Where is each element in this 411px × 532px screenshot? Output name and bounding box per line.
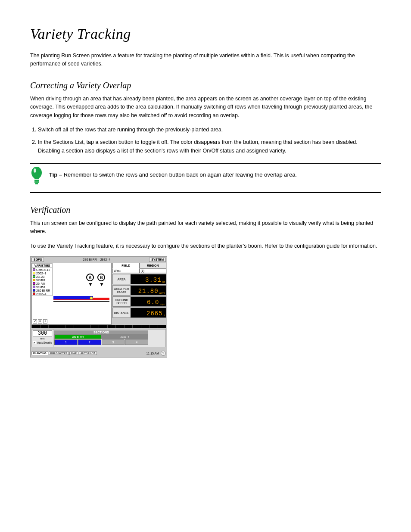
svg-rect-5 [35, 183, 38, 184]
title-bar: 280 BI RR – 2932–4 [44, 258, 149, 262]
heading-variety-tracking: Variety Tracking [30, 26, 381, 42]
svg-rect-3 [34, 180, 39, 181]
variety-swatch [33, 279, 35, 281]
section-toggle-button[interactable]: 2 [78, 339, 101, 345]
tab-field[interactable]: FIELD [112, 263, 140, 269]
gauge-display: 3.31ac [131, 274, 166, 284]
variety-row[interactable]: Oats 2112 [32, 268, 52, 271]
variety-row[interactable]: 91M51 [32, 285, 52, 289]
clock: 11:15 AM [146, 352, 159, 355]
gauge-display: 6.0mph [131, 296, 166, 307]
svg-rect-2 [34, 178, 39, 179]
bottom-tab[interactable]: PLANTING [31, 352, 48, 355]
variety-row[interactable]: 23–23 [32, 275, 52, 278]
gauge-value: 6.0 [147, 299, 159, 306]
step-1: Switch off all of the rows that are runn… [38, 126, 381, 134]
heading-verification: Verification [30, 205, 381, 215]
sgps-button[interactable]: SGPS [31, 258, 44, 262]
coverage-track [53, 294, 109, 303]
system-button[interactable]: SYSTEM [149, 258, 166, 262]
zoom-in-button[interactable]: + [43, 319, 47, 324]
sections-header: SECTIONS [54, 330, 148, 334]
variety-swatch [33, 282, 35, 285]
gauge-value: 3.31 [145, 277, 162, 283]
variety-row[interactable]: 2932–4 [32, 292, 52, 296]
section-toggle-button[interactable]: 1 [54, 339, 78, 345]
section-toggle-button[interactable]: 4 [125, 339, 148, 345]
autoswath-label: AutoSwath [37, 341, 52, 344]
gauge-label: AREA PER HOUR [112, 285, 131, 296]
intro-paragraph: The planting Run Screen provides a featu… [30, 52, 381, 68]
bottom-tab[interactable]: AUTOPILOT [79, 352, 97, 355]
bottom-tab[interactable]: FIELD NOTES [49, 352, 69, 355]
gauge-unit: mph [160, 303, 165, 306]
variety-label: 91M51 [36, 286, 45, 289]
verify-paragraph-2: To use the Variety Tracking feature, it … [30, 242, 381, 250]
section-indicator-strip [31, 325, 166, 328]
region-id: (1) [140, 269, 167, 273]
variety-label: 2002–1 [36, 272, 46, 275]
help-button[interactable]: ? [161, 351, 166, 356]
svg-point-1 [34, 168, 36, 173]
gauge-row: AREA3.31ac [112, 274, 166, 284]
scale-unit: feet [32, 337, 53, 340]
varieties-panel: VARIETIES Oats 21122002–123–2392M8126–V6… [32, 263, 53, 296]
gauge-display: 2665ft [131, 308, 166, 318]
variety-swatch [33, 272, 35, 274]
field-name: West [112, 269, 140, 273]
svg-point-0 [31, 167, 42, 179]
zoom-mode: = [38, 319, 42, 324]
section-variety-cell: 2932–4 [101, 334, 148, 339]
variety-label: 23–23 [36, 275, 44, 278]
varieties-header: VARIETIES [32, 264, 52, 268]
variety-label: 92M81 [36, 279, 45, 282]
marker-b: B ▼ [97, 274, 105, 287]
scale-readout: 300 [33, 330, 52, 336]
gauge-label: DISTANCE [112, 308, 131, 318]
steps-list: Switch off all of the rows that are runn… [38, 126, 381, 155]
tip-text: Remember to switch the rows and section … [64, 171, 297, 178]
variety-row[interactable]: 280 BI RR [32, 289, 52, 292]
verify-paragraph-1: This run screen can be configured to dis… [30, 219, 381, 236]
gauge-unit: ft [164, 314, 165, 317]
gauge-value: 21.80 [138, 288, 159, 295]
gauge-display: 21.80ac/hr [131, 285, 166, 296]
gauge-unit: ac/hr [159, 292, 165, 295]
overlap-paragraph: When driving through an area that has al… [30, 95, 381, 120]
tip-label: Tip – [49, 171, 62, 178]
run-screen-figure: SGPS 280 BI RR – 2932–4 SYSTEM VARIETIES… [30, 256, 167, 358]
variety-swatch [33, 275, 35, 278]
section-variety-cell: 280 BI RR [54, 334, 101, 339]
autoswath-checkbox[interactable]: ✔ [33, 341, 36, 344]
variety-label: 280 BI RR [36, 289, 50, 292]
variety-row[interactable]: 2002–1 [32, 271, 52, 275]
gauge-row: GROUND SPEED6.0mph [112, 296, 166, 307]
variety-label: 26–V6 [36, 282, 45, 285]
map-canvas[interactable]: VARIETIES Oats 21122002–123–2392M8126–V6… [31, 263, 112, 325]
variety-label: 2932–4 [36, 292, 46, 296]
heading-correct-overlap: Correcting a Variety Overlap [30, 81, 381, 90]
variety-swatch [33, 268, 35, 271]
gauge-label: AREA [112, 274, 131, 284]
section-toggle-button[interactable]: 3 [102, 339, 125, 345]
bottom-tab[interactable]: MAP [69, 352, 78, 355]
variety-swatch [33, 289, 35, 292]
lightbulb-icon [30, 166, 43, 188]
variety-label: Oats 2112 [36, 268, 50, 271]
variety-swatch [33, 286, 35, 288]
gauge-unit: ac [162, 280, 165, 283]
gauge-label: GROUND SPEED [112, 296, 131, 307]
gauge-row: AREA PER HOUR21.80ac/hr [112, 285, 166, 296]
tab-region[interactable]: REGION [140, 263, 167, 269]
gauge-row: DISTANCE2665ft [112, 308, 166, 318]
variety-swatch [33, 292, 35, 295]
marker-a: A ▼ [86, 274, 94, 287]
variety-row[interactable]: 92M81 [32, 278, 52, 282]
step-2: In the Sections List, tap a section butt… [38, 138, 381, 155]
variety-row[interactable]: 26–V6 [32, 282, 52, 285]
svg-rect-4 [34, 181, 39, 183]
zoom-out-button[interactable]: ⤢ [33, 319, 37, 324]
gauge-value: 2665 [146, 310, 163, 317]
tip-callout: Tip – Remember to switch the rows and se… [30, 163, 381, 193]
